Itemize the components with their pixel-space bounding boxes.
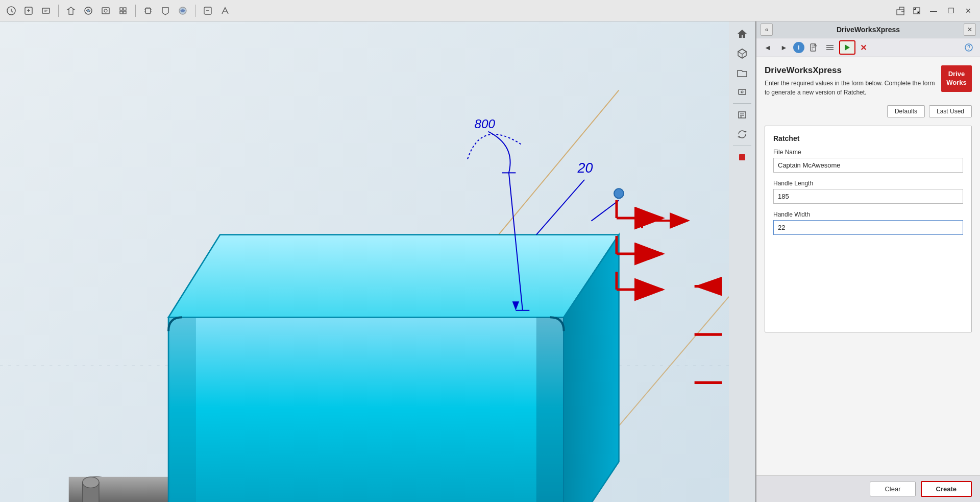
svg-point-23 (83, 477, 99, 488)
svg-marker-53 (738, 49, 746, 54)
toolbar-icon-12[interactable] (218, 4, 232, 18)
svg-rect-6 (120, 8, 122, 10)
driveworks-header: DriveWorksXpress Enter the required valu… (765, 65, 972, 97)
toolbar-icon-7[interactable] (116, 4, 130, 18)
toolbar-icon-8[interactable] (141, 4, 155, 18)
restore-button[interactable]: ❐ (943, 5, 959, 17)
sidebar-btn-folder[interactable] (732, 63, 752, 82)
form-box: Ratchet File Name Handle Length Handle W… (765, 126, 972, 332)
side-panel: « DriveWorksXpress ✕ ◄ ► i ✕ (755, 21, 980, 502)
last-used-button[interactable]: Last Used (929, 105, 972, 117)
panel-info-button[interactable]: i (793, 42, 804, 53)
handle-length-label: Handle Length (773, 180, 963, 187)
toolbar-icon-5[interactable] (81, 4, 95, 18)
close-button[interactable]: ✕ (961, 5, 976, 17)
panel-collapse-button[interactable]: « (761, 23, 773, 36)
svg-marker-29 (536, 317, 564, 502)
sidebar-btn-refresh[interactable] (732, 125, 752, 144)
svg-rect-55 (739, 89, 746, 94)
panel-doc-button[interactable] (806, 41, 821, 54)
panel-title: DriveWorksXpress (773, 26, 964, 34)
sidebar-btn-home[interactable] (732, 25, 752, 43)
toolbar-separator-2 (135, 5, 136, 17)
panel-forward-button[interactable]: ► (777, 41, 791, 54)
toolbar-icon-10[interactable] (176, 4, 190, 18)
svg-rect-14 (914, 8, 920, 14)
sidebar-btn-settings[interactable] (732, 83, 752, 101)
sidebar-btn-list[interactable] (732, 106, 752, 124)
panel-run-button[interactable] (839, 40, 855, 55)
sidebar-btn-model[interactable] (732, 44, 752, 62)
defaults-row: Defaults Last Used (765, 105, 972, 117)
svg-point-74 (968, 49, 969, 50)
svg-point-73 (965, 44, 972, 51)
viewport-btn-1[interactable] (893, 4, 908, 18)
svg-rect-2 (42, 8, 50, 13)
cad-viewport[interactable]: 110 20 800 (0, 21, 729, 502)
svg-marker-72 (845, 44, 850, 51)
svg-marker-25 (168, 317, 564, 502)
panel-footer: Clear Create (756, 475, 980, 502)
svg-rect-10 (145, 8, 151, 13)
toolbar-icon-6[interactable] (99, 4, 113, 18)
handle-length-input[interactable] (773, 189, 963, 204)
handle-width-label: Handle Width (773, 211, 963, 218)
panel-help-button[interactable] (962, 41, 976, 54)
panel-content: DriveWorksXpress Enter the required valu… (756, 57, 980, 475)
top-toolbar: — ❐ ✕ (0, 0, 980, 21)
file-name-label: File Name (773, 149, 963, 156)
icon-sidebar (729, 21, 755, 502)
toolbar-icon-4[interactable] (64, 4, 78, 18)
panel-close-x-button[interactable]: ✕ (857, 42, 869, 53)
svg-rect-63 (739, 154, 745, 160)
svg-rect-13 (897, 10, 904, 15)
clear-button[interactable]: Clear (870, 482, 915, 496)
file-name-field: File Name (773, 149, 963, 173)
create-button[interactable]: Create (921, 481, 972, 497)
svg-point-56 (741, 91, 743, 93)
form-section-title: Ratchet (773, 134, 963, 142)
handle-width-field: Handle Width (773, 211, 963, 235)
svg-text:20: 20 (577, 160, 593, 176)
svg-rect-7 (124, 8, 126, 10)
toolbar-icon-3[interactable] (39, 4, 53, 18)
toolbar-separator-1 (58, 5, 59, 17)
main-area: 110 20 800 (0, 21, 980, 502)
svg-text:800: 800 (475, 117, 496, 131)
sidebar-divider-1 (733, 103, 751, 104)
handle-length-field: Handle Length (773, 180, 963, 204)
toolbar-icon-1[interactable] (4, 4, 18, 18)
driveworks-title: DriveWorksXpress (765, 65, 935, 76)
cad-canvas: 110 20 800 (0, 21, 729, 502)
defaults-button[interactable]: Defaults (887, 105, 925, 117)
minimize-button[interactable]: — (926, 5, 941, 17)
panel-toolbar: ◄ ► i ✕ (756, 38, 980, 57)
panel-header: « DriveWorksXpress ✕ (756, 21, 980, 38)
svg-marker-61 (745, 131, 747, 133)
toolbar-icon-2[interactable] (21, 4, 36, 18)
svg-marker-62 (738, 136, 740, 138)
driveworks-description: Enter the required values in the form be… (765, 79, 935, 97)
sidebar-btn-red[interactable] (732, 148, 752, 166)
panel-detach-button[interactable]: ✕ (964, 23, 976, 36)
panel-settings-button[interactable] (823, 41, 837, 54)
panel-back-button[interactable]: ◄ (761, 41, 775, 54)
file-name-input[interactable] (773, 158, 963, 173)
svg-marker-28 (168, 317, 196, 502)
toolbar-icon-11[interactable] (201, 4, 215, 18)
svg-marker-26 (168, 235, 619, 318)
svg-rect-9 (124, 11, 126, 14)
svg-point-5 (104, 9, 107, 12)
svg-point-46 (614, 188, 624, 198)
svg-rect-4 (102, 8, 109, 14)
toolbar-separator-3 (195, 5, 195, 17)
svg-rect-8 (120, 11, 122, 14)
form-empty-space (773, 242, 963, 324)
window-controls: — ❐ ✕ (893, 4, 976, 18)
viewport-btn-2[interactable] (910, 4, 924, 18)
sidebar-divider-2 (733, 146, 751, 146)
handle-width-input[interactable] (773, 220, 963, 235)
toolbar-icon-9[interactable] (158, 4, 173, 18)
driveworks-logo: Drive Works (941, 65, 972, 92)
